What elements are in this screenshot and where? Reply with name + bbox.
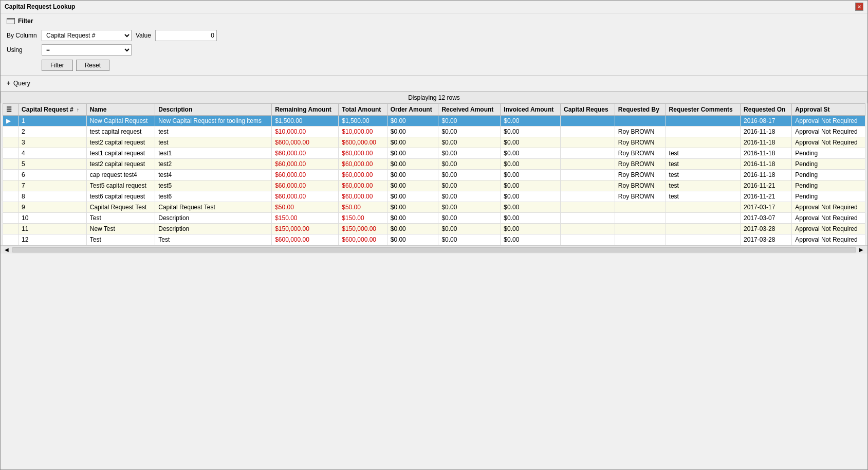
table-row[interactable]: ▶1New Capital RequestNew Capital Request… (3, 116, 865, 126)
table-container[interactable]: ☰ Capital Request # ↑ Name Description R… (3, 103, 865, 245)
col-header-remaining-amount[interactable]: Remaining Amount (272, 104, 339, 116)
cell-received-amount: $0.00 (438, 137, 501, 148)
table-row[interactable]: 8test6 capital requesttest6$60,000.00$60… (3, 191, 865, 202)
scrollbar-track[interactable] (12, 247, 856, 252)
cell-cap-req-num: 11 (19, 224, 87, 234)
using-select[interactable]: =!=><>=<=LIKE (42, 44, 132, 56)
query-label: Query (13, 80, 30, 87)
cell-order-amount: $0.00 (387, 213, 438, 224)
cell-order-amount: $0.00 (387, 126, 438, 137)
cell-row-arrow (3, 213, 19, 224)
cell-total-amount: $1,500.00 (339, 116, 387, 126)
cell-remaining-amount: $50.00 (272, 202, 339, 213)
table-row[interactable]: 6cap request test4test4$60,000.00$60,000… (3, 170, 865, 180)
cell-requester-comments (666, 116, 740, 126)
table-row[interactable]: 10TestDescription$150.00$150.00$0.00$0.0… (3, 213, 865, 224)
cell-approval-st: Approval Not Required (792, 234, 865, 245)
cell-requested-on: 2016-11-18 (741, 148, 792, 159)
col-header-total-amount[interactable]: Total Amount (339, 104, 387, 116)
cell-requested-by: Roy BROWN (615, 148, 666, 159)
close-button[interactable]: ✕ (855, 3, 863, 11)
table-row[interactable]: 2test capital requesttest$10,000.00$10,0… (3, 126, 865, 137)
filter-button[interactable]: Filter (42, 60, 73, 71)
col-header-requester-comments[interactable]: Requester Comments (666, 104, 740, 116)
cell-received-amount: $0.00 (438, 224, 501, 234)
table-header-row: ☰ Capital Request # ↑ Name Description R… (3, 104, 865, 116)
cell-requester-comments: test (666, 180, 740, 191)
table-row[interactable]: 9Capital Request TestCapital Request Tes… (3, 202, 865, 213)
cell-order-amount: $0.00 (387, 159, 438, 170)
horizontal-scrollbar[interactable]: ◀ ▶ (1, 245, 867, 254)
cell-requested-on: 2017-03-28 (741, 234, 792, 245)
table-row[interactable]: 11New TestDescription$150,000.00$150,000… (3, 224, 865, 234)
cell-requester-comments: test (666, 148, 740, 159)
col-header-cap-req-num[interactable]: Capital Request # ↑ (19, 104, 87, 116)
cell-total-amount: $60,000.00 (339, 180, 387, 191)
col-header-description[interactable]: Description (155, 104, 272, 116)
cell-requester-comments: test (666, 191, 740, 202)
col-header-name[interactable]: Name (86, 104, 155, 116)
cell-received-amount: $0.00 (438, 191, 501, 202)
column-select[interactable]: Capital Request #NameDescriptionRemainin… (42, 30, 132, 41)
cell-remaining-amount: $150.00 (272, 213, 339, 224)
cell-requested-on: 2017-03-07 (741, 213, 792, 224)
cell-cap-req-num: 6 (19, 170, 87, 180)
table-row[interactable]: 12TestTest$600,000.00$600,000.00$0.00$0.… (3, 234, 865, 245)
query-plus-icon: + (7, 80, 10, 87)
table-row[interactable]: 3test2 capital requesttest$600,000.00$60… (3, 137, 865, 148)
cell-description: test5 (155, 180, 272, 191)
cell-requested-by (615, 202, 666, 213)
filter-label: Filter (18, 17, 33, 25)
cell-cap-req-num: 7 (19, 180, 87, 191)
cell-total-amount: $150,000.00 (339, 224, 387, 234)
cell-invoiced-amount: $0.00 (501, 202, 561, 213)
cell-name: New Test (86, 224, 155, 234)
cell-order-amount: $0.00 (387, 137, 438, 148)
query-section[interactable]: + Query (1, 76, 867, 92)
cell-description: Capital Request Test (155, 202, 272, 213)
cell-invoiced-amount: $0.00 (501, 148, 561, 159)
cell-remaining-amount: $60,000.00 (272, 180, 339, 191)
col-header-icon[interactable]: ☰ (3, 104, 19, 116)
cell-order-amount: $0.00 (387, 180, 438, 191)
using-label: Using (7, 46, 38, 53)
cell-requester-comments (666, 213, 740, 224)
cell-row-arrow (3, 191, 19, 202)
scroll-left-arrow[interactable]: ◀ (2, 247, 12, 252)
cell-remaining-amount: $60,000.00 (272, 191, 339, 202)
col-header-approval-st[interactable]: Approval St (792, 104, 865, 116)
col-header-invoiced-amount[interactable]: Invoiced Amount (501, 104, 561, 116)
cell-invoiced-amount: $0.00 (501, 180, 561, 191)
cell-requested-on: 2017-03-17 (741, 202, 792, 213)
cell-name: test1 capital request (86, 148, 155, 159)
scroll-right-arrow[interactable]: ▶ (856, 247, 866, 252)
table-row[interactable]: 7Test5 capital requesttest5$60,000.00$60… (3, 180, 865, 191)
reset-button[interactable]: Reset (76, 60, 109, 71)
cell-received-amount: $0.00 (438, 180, 501, 191)
cell-requested-by (615, 213, 666, 224)
col-header-received-amount[interactable]: Received Amount (438, 104, 501, 116)
cell-capital-reques (561, 159, 615, 170)
cell-requested-on: 2016-08-17 (741, 116, 792, 126)
value-input[interactable] (155, 30, 217, 41)
col-header-capital-reques[interactable]: Capital Reques (561, 104, 615, 116)
cell-cap-req-num: 12 (19, 234, 87, 245)
table-row[interactable]: 5test2 capital requesttest2$60,000.00$60… (3, 159, 865, 170)
cell-order-amount: $0.00 (387, 224, 438, 234)
title-bar: Capital Request Lookup ✕ (1, 1, 867, 13)
table-row[interactable]: 4test1 capital requesttest1$60,000.00$60… (3, 148, 865, 159)
cell-requested-by (615, 234, 666, 245)
col-header-order-amount[interactable]: Order Amount (387, 104, 438, 116)
cell-cap-req-num: 3 (19, 137, 87, 148)
cell-capital-reques (561, 126, 615, 137)
by-column-row: By Column Capital Request #NameDescripti… (7, 30, 861, 41)
cell-approval-st: Pending (792, 180, 865, 191)
cell-requested-on: 2016-11-21 (741, 191, 792, 202)
cell-approval-st: Approval Not Required (792, 202, 865, 213)
cell-approval-st: Approval Not Required (792, 137, 865, 148)
cell-order-amount: $0.00 (387, 202, 438, 213)
col-header-requested-on[interactable]: Requested On (741, 104, 792, 116)
cell-row-arrow: ▶ (3, 116, 19, 126)
col-header-requested-by[interactable]: Requested By (615, 104, 666, 116)
cell-row-arrow (3, 170, 19, 180)
